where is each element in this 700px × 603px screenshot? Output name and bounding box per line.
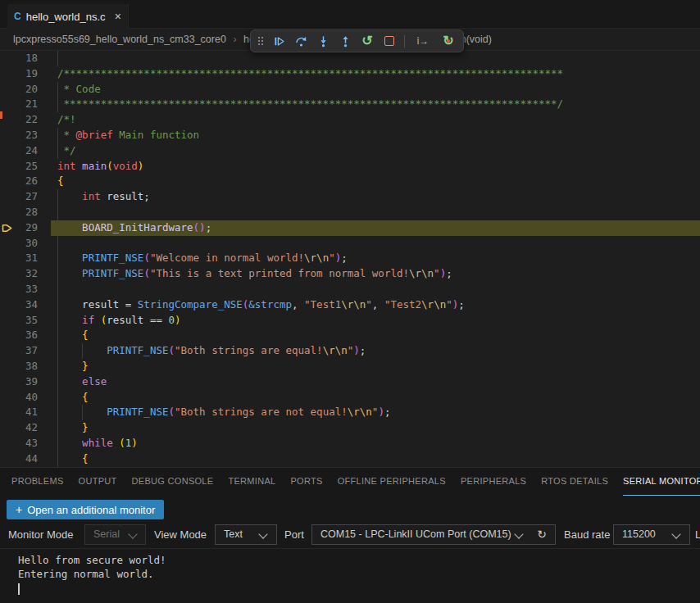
code-line-23[interactable]: 23 * @brief Main function bbox=[0, 128, 700, 143]
code-line-36[interactable]: 36 { bbox=[0, 328, 700, 343]
code-line-30[interactable]: 30 bbox=[0, 236, 700, 252]
refresh-ports-icon[interactable]: ↻ bbox=[537, 525, 547, 544]
tab-hello-world-ns[interactable]: C hello_world_ns.c × bbox=[7, 4, 129, 29]
step-into-button[interactable] bbox=[316, 32, 330, 50]
code-line-38[interactable]: 38 } bbox=[0, 359, 700, 374]
line-number[interactable]: 35 bbox=[0, 313, 38, 329]
code-line-37[interactable]: 37 PRINTF_NSE("Both strings are equal!\r… bbox=[0, 343, 700, 359]
instruction-step-icon: i→ bbox=[417, 35, 430, 47]
line-number[interactable]: 39 bbox=[0, 374, 38, 390]
code-text: int main(void) bbox=[57, 159, 143, 175]
line-number[interactable]: 28 bbox=[0, 205, 38, 220]
code-text: * Code bbox=[57, 82, 101, 97]
panel-tab-output[interactable]: OUTPUT bbox=[79, 468, 117, 496]
code-line-43[interactable]: 43 while (1) bbox=[0, 436, 700, 451]
line-number[interactable]: 33 bbox=[0, 282, 38, 297]
panel-tab-problems[interactable]: PROBLEMS bbox=[11, 468, 64, 496]
line-number[interactable]: 30 bbox=[0, 236, 38, 252]
code-line-22[interactable]: 22/*! bbox=[0, 112, 700, 128]
baud-rate-select[interactable]: 115200 bbox=[613, 524, 690, 545]
line-number[interactable]: 40 bbox=[0, 390, 38, 406]
line-number[interactable]: 24 bbox=[0, 143, 38, 159]
panel-tab-terminal[interactable]: TERMINAL bbox=[228, 468, 275, 496]
drag-handle-icon[interactable] bbox=[258, 37, 264, 46]
panel-tab-offline-peripherals[interactable]: OFFLINE PERIPHERALS bbox=[338, 468, 446, 496]
line-number[interactable]: 23 bbox=[0, 128, 38, 143]
restart-button[interactable]: ↺ bbox=[360, 32, 375, 50]
panel-tab-rtos-details[interactable]: RTOS DETAILS bbox=[541, 468, 608, 496]
code-line-44[interactable]: 44 { bbox=[0, 451, 700, 467]
panel-tab-peripherals[interactable]: PERIPHERALS bbox=[461, 468, 526, 496]
panel-tab-debug-console[interactable]: DEBUG CONSOLE bbox=[132, 468, 214, 496]
code-line-40[interactable]: 40 { bbox=[0, 390, 700, 406]
code-line-19[interactable]: 19/*************************************… bbox=[0, 66, 700, 82]
line-number[interactable]: 31 bbox=[0, 251, 38, 266]
view-mode-select[interactable]: Text bbox=[215, 524, 277, 545]
port-select[interactable]: COM15 - LPC-LinkII UCom Port (COM15) ↻ bbox=[311, 524, 556, 545]
indent-guide bbox=[57, 282, 58, 297]
code-line-29[interactable]: 29 BOARD_InitHardware(); bbox=[0, 220, 700, 236]
step-over-button[interactable] bbox=[293, 32, 308, 50]
step-over-icon bbox=[295, 35, 307, 48]
stop-button[interactable] bbox=[382, 32, 397, 50]
line-number[interactable]: 43 bbox=[0, 436, 38, 451]
step-out-icon bbox=[339, 35, 352, 48]
code-line-24[interactable]: 24 */ bbox=[0, 143, 700, 159]
line-number[interactable]: 42 bbox=[0, 420, 38, 436]
line-number[interactable]: 26 bbox=[0, 174, 38, 189]
code-line-21[interactable]: 21 *************************************… bbox=[0, 97, 700, 112]
line-number[interactable]: 37 bbox=[0, 343, 38, 359]
baud-rate-label: Baud rate bbox=[564, 521, 610, 548]
serial-monitor-output[interactable]: Hello from secure world!Entering normal … bbox=[0, 548, 700, 603]
panel-tab-ports[interactable]: PORTS bbox=[290, 468, 322, 496]
open-additional-monitor-label: Open an additional monitor bbox=[27, 504, 155, 516]
line-number[interactable]: 38 bbox=[0, 359, 38, 374]
code-line-18[interactable]: 18 bbox=[0, 51, 700, 66]
code-line-35[interactable]: 35 if (result == 0) bbox=[0, 313, 700, 329]
code-text: else bbox=[57, 374, 107, 390]
serial-monitor-controls: Monitor Mode Serial View Mode Text Port … bbox=[0, 521, 700, 548]
line-number[interactable]: 34 bbox=[0, 297, 38, 313]
code-line-26[interactable]: 26{ bbox=[0, 174, 700, 189]
line-number[interactable]: 18 bbox=[0, 51, 38, 66]
terminal-cursor bbox=[18, 583, 20, 595]
restart-icon: ↺ bbox=[361, 34, 372, 48]
line-number[interactable]: 36 bbox=[0, 328, 38, 343]
code-line-34[interactable]: 34 result = StringCompare_NSE(&strcmp, "… bbox=[0, 297, 700, 313]
monitor-mode-select[interactable]: Serial bbox=[84, 524, 146, 545]
line-number[interactable]: 44 bbox=[0, 451, 38, 467]
reset-device-button[interactable]: ↻ bbox=[441, 32, 456, 50]
close-icon[interactable]: × bbox=[115, 10, 121, 23]
serial-monitor-header: + Open an additional monitor bbox=[0, 499, 700, 521]
code-line-28[interactable]: 28 bbox=[0, 205, 700, 220]
code-line-41[interactable]: 41 PRINTF_NSE("Both strings are not equa… bbox=[0, 405, 700, 420]
code-line-42[interactable]: 42 } bbox=[0, 420, 700, 436]
line-number[interactable]: 25 bbox=[0, 159, 38, 175]
code-line-39[interactable]: 39 else bbox=[0, 374, 700, 390]
code-editor[interactable]: 1819/***********************************… bbox=[0, 51, 700, 467]
code-text: } bbox=[57, 420, 89, 436]
vscode-window: C hello_world_ns.c × lpcxpresso55s69_hel… bbox=[0, 0, 700, 603]
instruction-step-button[interactable]: i→ bbox=[412, 32, 434, 50]
chevron-down-icon bbox=[128, 529, 137, 538]
current-statement-arrow-icon bbox=[2, 224, 12, 233]
line-number[interactable]: 21 bbox=[0, 97, 38, 112]
continue-button[interactable] bbox=[271, 32, 286, 50]
code-line-20[interactable]: 20 * Code bbox=[0, 82, 700, 97]
panel-tab-serial-monitor[interactable]: SERIAL MONITOR bbox=[623, 468, 700, 496]
code-line-27[interactable]: 27 int result; bbox=[0, 189, 700, 205]
step-out-button[interactable] bbox=[338, 32, 352, 50]
line-number[interactable]: 22 bbox=[0, 112, 38, 128]
breadcrumb-project[interactable]: lpcxpresso55s69_hello_world_ns_cm33_core… bbox=[13, 34, 226, 45]
line-number[interactable]: 27 bbox=[0, 189, 38, 205]
line-number[interactable]: 32 bbox=[0, 266, 38, 282]
code-line-32[interactable]: 32 PRINTF_NSE("This is a text printed fr… bbox=[0, 266, 700, 282]
open-additional-monitor-button[interactable]: + Open an additional monitor bbox=[7, 500, 164, 519]
line-number[interactable]: 41 bbox=[0, 405, 38, 420]
code-line-25[interactable]: 25int main(void) bbox=[0, 159, 700, 175]
port-label: Port bbox=[284, 521, 304, 548]
line-number[interactable]: 19 bbox=[0, 66, 38, 82]
code-line-31[interactable]: 31 PRINTF_NSE("Welcome in normal world!\… bbox=[0, 251, 700, 266]
code-line-33[interactable]: 33 bbox=[0, 282, 700, 297]
line-number[interactable]: 20 bbox=[0, 82, 38, 97]
